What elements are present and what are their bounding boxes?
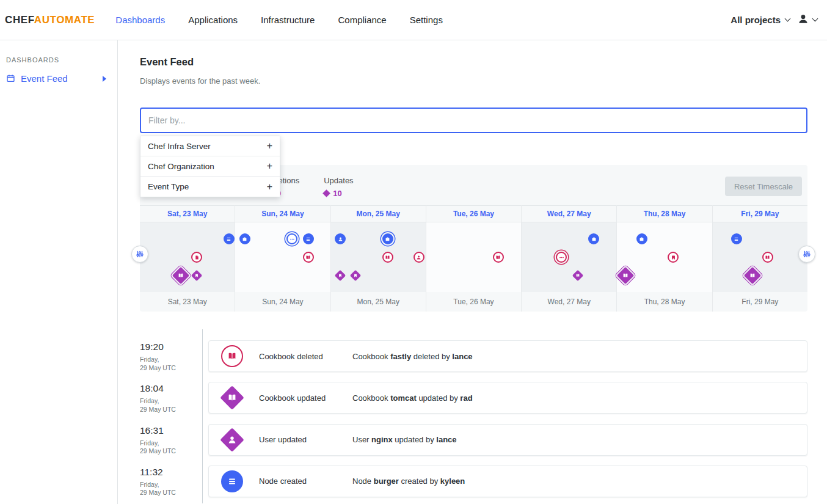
- org-icon: [671, 255, 676, 260]
- chevron-right-icon: [103, 76, 106, 82]
- day-events-tue-26-may: [426, 222, 521, 292]
- delete-event-marker[interactable]: [303, 252, 314, 263]
- nav-compliance[interactable]: Compliance: [338, 15, 386, 25]
- create-event-marker[interactable]: [588, 233, 599, 244]
- main-nav: DashboardsApplicationsInfrastructureComp…: [115, 15, 443, 25]
- day-header-tue-26-may[interactable]: Tue, 26 May: [426, 205, 521, 222]
- update-event-marker[interactable]: [172, 267, 189, 284]
- update-event-marker[interactable]: [617, 267, 634, 284]
- delete-event-marker[interactable]: [382, 252, 393, 263]
- create-event-marker[interactable]: [224, 233, 235, 244]
- node-icon: [305, 236, 311, 242]
- cookbook-icon: [177, 271, 185, 280]
- event-date-utc: 29 May UTC: [140, 447, 208, 456]
- event-card[interactable]: Node createdNode burger created by kylee…: [208, 466, 807, 497]
- event-row-node-created: 11:32Friday,29 May UTCNode createdNode b…: [140, 466, 807, 497]
- timeline-day-column-6: Fri, 29 MayFri, 29 May: [713, 205, 807, 312]
- sidebar-section-label: DASHBOARDS: [0, 51, 117, 68]
- update-event-marker[interactable]: [572, 270, 583, 281]
- cookbook-icon: [225, 391, 239, 405]
- event-time-value: 16:31: [140, 425, 208, 436]
- event-row-cookbook-updated: 18:04Friday,29 May UTCCookbook updatedCo…: [140, 382, 807, 414]
- update-event-marker[interactable]: [744, 267, 761, 284]
- timescale-handle-right[interactable]: [798, 246, 815, 263]
- timeline-day-column-4: Wed, 27 MayWed, 27 May: [522, 205, 617, 312]
- nav-dashboards[interactable]: Dashboards: [115, 15, 165, 25]
- filter-area: Chef Infra Server+Chef Organization+Even…: [140, 108, 807, 133]
- service-icon: [591, 236, 597, 242]
- user-profile-icon: [797, 13, 809, 27]
- event-time: 19:20Friday,29 May UTC: [140, 340, 208, 372]
- event-card[interactable]: User updatedUser nginx updated by lance: [208, 424, 807, 456]
- org-icon: [337, 272, 343, 279]
- event-card[interactable]: Cookbook updatedCookbook tomcat updated …: [208, 382, 807, 414]
- user-icon: [225, 433, 239, 447]
- day-header-fri-29-may[interactable]: Fri, 29 May: [713, 205, 807, 222]
- org-icon: [194, 272, 200, 279]
- node-icon: [734, 236, 739, 242]
- event-title: Cookbook updated: [259, 393, 352, 403]
- create-event-marker[interactable]: [731, 233, 742, 244]
- stat-label: Updates: [324, 176, 353, 185]
- chevron-down-icon: [785, 16, 791, 22]
- nav-infrastructure[interactable]: Infrastructure: [261, 15, 315, 25]
- update-event-marker[interactable]: [191, 270, 202, 281]
- top-right-controls: All projects: [730, 13, 817, 27]
- timescale-handle-left[interactable]: [131, 246, 148, 263]
- delete-event-marker[interactable]: [191, 252, 202, 263]
- create-event-marker[interactable]: [239, 233, 250, 244]
- event-date-utc: 29 May UTC: [140, 489, 208, 497]
- create-event-marker[interactable]: [303, 233, 314, 244]
- delete-event-marker[interactable]: [414, 252, 424, 263]
- event-icon-cell: [219, 470, 246, 492]
- create-event-marker[interactable]: [335, 233, 346, 244]
- create-event-marker[interactable]: [636, 233, 647, 244]
- sliders-icon: [803, 250, 811, 258]
- nav-settings[interactable]: Settings: [410, 15, 443, 25]
- event-time: 18:04Friday,29 May UTC: [140, 382, 208, 414]
- filter-option-event-type[interactable]: Event Type+: [140, 177, 280, 197]
- chef-automate-logo[interactable]: CHEFAUTOMATE: [5, 14, 95, 26]
- filter-input[interactable]: [140, 108, 807, 133]
- nav-applications[interactable]: Applications: [188, 15, 238, 25]
- day-header-mon-25-may[interactable]: Mon, 25 May: [331, 205, 426, 222]
- day-footer-fri-29-may: Fri, 29 May: [713, 292, 807, 312]
- delete-event-marker[interactable]: [762, 252, 773, 263]
- event-title: User updated: [259, 435, 352, 444]
- cookbook-icon: [305, 255, 311, 260]
- day-events-sun-24-may: [235, 222, 330, 292]
- delete-event-marker[interactable]: [556, 252, 567, 263]
- day-header-thu-28-may[interactable]: Thu, 28 May: [617, 205, 712, 222]
- stat-count: 10: [324, 189, 353, 198]
- cookbook-icon: [575, 272, 581, 279]
- event-card[interactable]: Cookbook deletedCookbook fastly deleted …: [208, 340, 807, 372]
- sidebar-item-event-feed[interactable]: Event Feed: [0, 68, 117, 89]
- day-header-wed-27-may[interactable]: Wed, 27 May: [522, 205, 616, 222]
- event-weekday: Friday,: [140, 397, 208, 406]
- create-event-marker[interactable]: [382, 233, 393, 244]
- filter-option-chef-organization[interactable]: Chef Organization+: [140, 156, 280, 177]
- event-date: Friday,29 May UTC: [140, 481, 208, 497]
- event-description: Node burger created by kyleen: [352, 477, 465, 486]
- filter-option-chef-infra-server[interactable]: Chef Infra Server+: [140, 136, 280, 156]
- user-menu[interactable]: [797, 13, 817, 27]
- projects-filter[interactable]: All projects: [730, 15, 790, 25]
- delete-event-marker[interactable]: [493, 252, 504, 263]
- delete-event-marker[interactable]: [668, 252, 679, 263]
- update-event-marker[interactable]: [350, 270, 361, 281]
- reset-timescale-button[interactable]: Reset Timescale: [725, 177, 802, 196]
- update-event-icon: [220, 385, 244, 410]
- service-icon: [242, 236, 247, 242]
- timeline-day-column-1: Sun, 24 MaySun, 24 May: [235, 205, 330, 312]
- day-events-wed-27-may: [522, 222, 616, 292]
- user-icon: [338, 236, 343, 242]
- event-list: 19:20Friday,29 May UTCCookbook deletedCo…: [140, 340, 807, 497]
- cookbook-icon: [227, 351, 237, 361]
- day-header-sun-24-may[interactable]: Sun, 24 May: [235, 205, 330, 222]
- create-event-marker[interactable]: [286, 233, 297, 244]
- timeline-day-column-2: Mon, 25 MayMon, 25 May: [331, 205, 426, 312]
- day-header-sat-23-may[interactable]: Sat, 23 May: [140, 205, 235, 222]
- update-event-marker[interactable]: [335, 270, 346, 281]
- event-icon-cell: [219, 389, 246, 406]
- stat-value: 10: [333, 189, 341, 198]
